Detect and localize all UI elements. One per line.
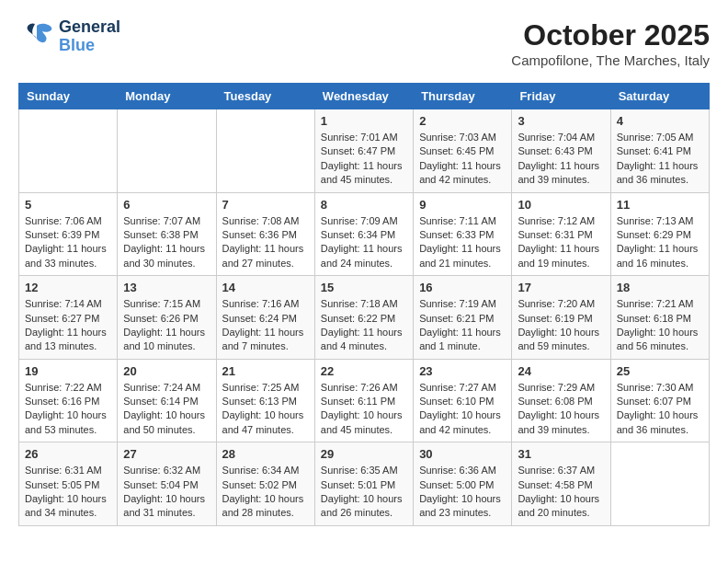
calendar-cell: 23Sunrise: 7:27 AM Sunset: 6:10 PM Dayli… bbox=[414, 359, 512, 442]
day-number: 31 bbox=[518, 447, 604, 461]
day-number: 15 bbox=[321, 281, 407, 294]
day-number: 22 bbox=[321, 364, 407, 378]
calendar-cell: 1Sunrise: 7:01 AM Sunset: 6:47 PM Daylig… bbox=[314, 109, 413, 193]
day-number: 9 bbox=[419, 198, 506, 212]
weekday-header-friday: Friday bbox=[512, 84, 610, 109]
day-info: Sunrise: 6:34 AM Sunset: 5:02 PM Dayligh… bbox=[222, 464, 309, 521]
day-number: 24 bbox=[518, 364, 604, 378]
weekday-header-row: SundayMondayTuesdayWednesdayThursdayFrid… bbox=[19, 84, 710, 109]
day-number: 20 bbox=[123, 364, 210, 378]
calendar-cell: 19Sunrise: 7:22 AM Sunset: 6:16 PM Dayli… bbox=[19, 359, 118, 442]
calendar-cell: 5Sunrise: 7:06 AM Sunset: 6:39 PM Daylig… bbox=[19, 192, 118, 276]
day-info: Sunrise: 7:16 AM Sunset: 6:24 PM Dayligh… bbox=[222, 297, 309, 354]
day-info: Sunrise: 7:30 AM Sunset: 6:07 PM Dayligh… bbox=[617, 381, 703, 438]
day-info: Sunrise: 7:01 AM Sunset: 6:47 PM Dayligh… bbox=[321, 131, 407, 188]
calendar-cell: 8Sunrise: 7:09 AM Sunset: 6:34 PM Daylig… bbox=[314, 192, 413, 276]
calendar-cell: 7Sunrise: 7:08 AM Sunset: 6:36 PM Daylig… bbox=[216, 192, 314, 276]
day-info: Sunrise: 7:19 AM Sunset: 6:21 PM Dayligh… bbox=[419, 297, 506, 354]
title-block: October 2025 Campofilone, The Marches, I… bbox=[511, 18, 710, 68]
day-info: Sunrise: 7:14 AM Sunset: 6:27 PM Dayligh… bbox=[25, 297, 111, 354]
day-info: Sunrise: 7:12 AM Sunset: 6:31 PM Dayligh… bbox=[518, 214, 604, 271]
day-info: Sunrise: 7:06 AM Sunset: 6:39 PM Dayligh… bbox=[25, 214, 111, 271]
calendar-week-1: 1Sunrise: 7:01 AM Sunset: 6:47 PM Daylig… bbox=[19, 109, 710, 193]
day-info: Sunrise: 7:13 AM Sunset: 6:29 PM Dayligh… bbox=[617, 214, 703, 271]
day-number: 17 bbox=[518, 281, 604, 294]
day-number: 25 bbox=[617, 364, 703, 378]
calendar-cell: 2Sunrise: 7:03 AM Sunset: 6:45 PM Daylig… bbox=[414, 109, 512, 193]
calendar-cell bbox=[610, 442, 709, 526]
calendar-cell: 13Sunrise: 7:15 AM Sunset: 6:26 PM Dayli… bbox=[118, 276, 216, 360]
day-info: Sunrise: 6:32 AM Sunset: 5:04 PM Dayligh… bbox=[123, 464, 210, 521]
day-info: Sunrise: 6:35 AM Sunset: 5:01 PM Dayligh… bbox=[321, 464, 407, 521]
calendar-cell: 28Sunrise: 6:34 AM Sunset: 5:02 PM Dayli… bbox=[216, 442, 314, 526]
calendar-week-2: 5Sunrise: 7:06 AM Sunset: 6:39 PM Daylig… bbox=[19, 192, 710, 276]
day-info: Sunrise: 7:04 AM Sunset: 6:43 PM Dayligh… bbox=[518, 131, 604, 188]
calendar-week-5: 26Sunrise: 6:31 AM Sunset: 5:05 PM Dayli… bbox=[19, 442, 710, 526]
day-number: 14 bbox=[222, 281, 309, 294]
calendar-cell: 29Sunrise: 6:35 AM Sunset: 5:01 PM Dayli… bbox=[314, 442, 413, 526]
day-number: 2 bbox=[419, 114, 506, 128]
weekday-header-sunday: Sunday bbox=[19, 84, 118, 109]
weekday-header-monday: Monday bbox=[118, 84, 216, 109]
calendar-cell: 11Sunrise: 7:13 AM Sunset: 6:29 PM Dayli… bbox=[610, 192, 709, 276]
day-number: 23 bbox=[419, 364, 506, 378]
day-number: 19 bbox=[25, 364, 111, 378]
day-number: 3 bbox=[518, 114, 604, 128]
day-number: 26 bbox=[25, 447, 111, 461]
day-number: 5 bbox=[25, 198, 111, 212]
day-info: Sunrise: 6:37 AM Sunset: 4:58 PM Dayligh… bbox=[518, 464, 604, 521]
day-number: 4 bbox=[617, 114, 703, 128]
month-title: October 2025 bbox=[511, 18, 710, 52]
calendar-cell: 31Sunrise: 6:37 AM Sunset: 4:58 PM Dayli… bbox=[512, 442, 610, 526]
day-info: Sunrise: 7:24 AM Sunset: 6:14 PM Dayligh… bbox=[123, 381, 210, 438]
weekday-header-tuesday: Tuesday bbox=[216, 84, 314, 109]
calendar-cell: 15Sunrise: 7:18 AM Sunset: 6:22 PM Dayli… bbox=[314, 276, 413, 360]
day-info: Sunrise: 7:15 AM Sunset: 6:26 PM Dayligh… bbox=[123, 297, 210, 354]
calendar-cell bbox=[118, 109, 216, 193]
day-number: 1 bbox=[321, 114, 407, 128]
calendar-cell: 25Sunrise: 7:30 AM Sunset: 6:07 PM Dayli… bbox=[610, 359, 709, 442]
logo-general: General bbox=[59, 18, 120, 37]
day-number: 12 bbox=[25, 281, 111, 294]
day-info: Sunrise: 7:29 AM Sunset: 6:08 PM Dayligh… bbox=[518, 381, 604, 438]
day-number: 7 bbox=[222, 198, 309, 212]
day-number: 29 bbox=[321, 447, 407, 461]
day-info: Sunrise: 6:31 AM Sunset: 5:05 PM Dayligh… bbox=[25, 464, 111, 521]
weekday-header-saturday: Saturday bbox=[610, 84, 709, 109]
day-info: Sunrise: 7:18 AM Sunset: 6:22 PM Dayligh… bbox=[321, 297, 407, 354]
calendar-cell: 16Sunrise: 7:19 AM Sunset: 6:21 PM Dayli… bbox=[414, 276, 512, 360]
day-info: Sunrise: 7:26 AM Sunset: 6:11 PM Dayligh… bbox=[321, 381, 407, 438]
calendar-cell: 27Sunrise: 6:32 AM Sunset: 5:04 PM Dayli… bbox=[118, 442, 216, 526]
day-info: Sunrise: 7:11 AM Sunset: 6:33 PM Dayligh… bbox=[419, 214, 506, 271]
page-header: General Blue October 2025 Campofilone, T… bbox=[18, 18, 710, 68]
day-info: Sunrise: 7:25 AM Sunset: 6:13 PM Dayligh… bbox=[222, 381, 309, 438]
day-number: 13 bbox=[123, 281, 210, 294]
calendar-cell: 17Sunrise: 7:20 AM Sunset: 6:19 PM Dayli… bbox=[512, 276, 610, 360]
day-number: 16 bbox=[419, 281, 506, 294]
day-number: 30 bbox=[419, 447, 506, 461]
calendar-table: SundayMondayTuesdayWednesdayThursdayFrid… bbox=[18, 83, 710, 526]
calendar-cell: 21Sunrise: 7:25 AM Sunset: 6:13 PM Dayli… bbox=[216, 359, 314, 442]
calendar-week-4: 19Sunrise: 7:22 AM Sunset: 6:16 PM Dayli… bbox=[19, 359, 710, 442]
day-number: 21 bbox=[222, 364, 309, 378]
logo-text: General Blue bbox=[59, 18, 120, 55]
day-info: Sunrise: 7:08 AM Sunset: 6:36 PM Dayligh… bbox=[222, 214, 309, 271]
calendar-cell bbox=[19, 109, 118, 193]
day-info: Sunrise: 7:03 AM Sunset: 6:45 PM Dayligh… bbox=[419, 131, 506, 188]
day-info: Sunrise: 7:21 AM Sunset: 6:18 PM Dayligh… bbox=[617, 297, 703, 354]
weekday-header-wednesday: Wednesday bbox=[314, 84, 413, 109]
day-info: Sunrise: 7:07 AM Sunset: 6:38 PM Dayligh… bbox=[123, 214, 210, 271]
day-info: Sunrise: 6:36 AM Sunset: 5:00 PM Dayligh… bbox=[419, 464, 506, 521]
day-number: 18 bbox=[617, 281, 703, 294]
day-number: 27 bbox=[123, 447, 210, 461]
location-subtitle: Campofilone, The Marches, Italy bbox=[511, 52, 710, 68]
day-number: 8 bbox=[321, 198, 407, 212]
calendar-cell: 6Sunrise: 7:07 AM Sunset: 6:38 PM Daylig… bbox=[118, 192, 216, 276]
calendar-cell: 20Sunrise: 7:24 AM Sunset: 6:14 PM Dayli… bbox=[118, 359, 216, 442]
day-info: Sunrise: 7:05 AM Sunset: 6:41 PM Dayligh… bbox=[617, 131, 703, 188]
calendar-cell: 24Sunrise: 7:29 AM Sunset: 6:08 PM Dayli… bbox=[512, 359, 610, 442]
calendar-cell bbox=[216, 109, 314, 193]
day-info: Sunrise: 7:27 AM Sunset: 6:10 PM Dayligh… bbox=[419, 381, 506, 438]
day-number: 6 bbox=[123, 198, 210, 212]
calendar-cell: 26Sunrise: 6:31 AM Sunset: 5:05 PM Dayli… bbox=[19, 442, 118, 526]
